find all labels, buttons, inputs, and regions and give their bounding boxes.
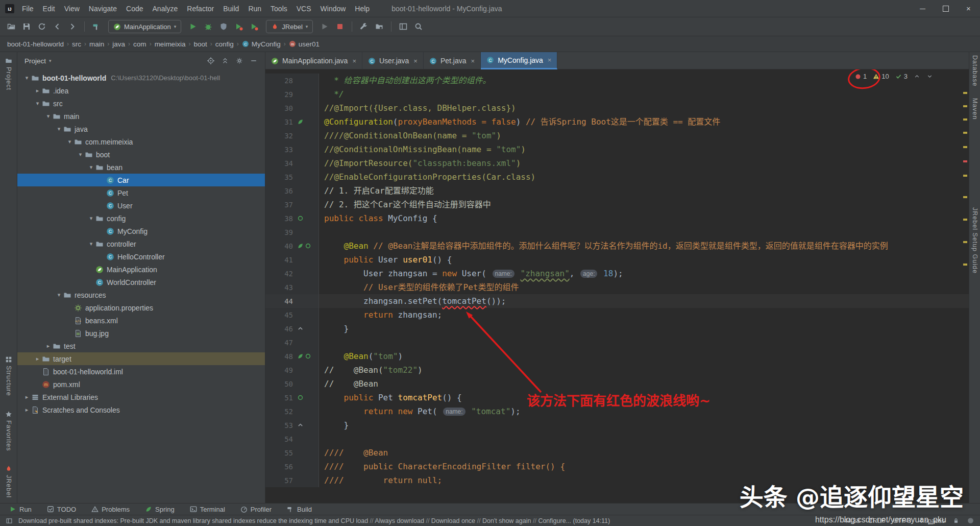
tree-item-com.meimeixia[interactable]: ▾com.meimeixia bbox=[17, 135, 265, 148]
breadcrumb-user01[interactable]: muser01 bbox=[289, 40, 320, 48]
tool-stripe-jrebel-setup-guide[interactable]: JRebel Setup Guide bbox=[971, 207, 978, 274]
breadcrumb-meimeixia[interactable]: meimeixia bbox=[155, 40, 186, 48]
warning-stripe-mark[interactable] bbox=[963, 175, 967, 177]
gutter[interactable]: 32 bbox=[265, 129, 319, 142]
tree-item-Car[interactable]: CCar bbox=[17, 174, 265, 186]
tab-MainApplication.java[interactable]: MainApplication.java× bbox=[265, 52, 362, 69]
next-problem-button[interactable] bbox=[926, 73, 933, 80]
tree-item-External Libraries[interactable]: ▸External Libraries bbox=[17, 391, 265, 403]
chevron-expanded-icon[interactable]: ▾ bbox=[33, 100, 42, 107]
warning-stripe-mark[interactable] bbox=[963, 118, 967, 121]
build-project-button[interactable] bbox=[89, 20, 104, 33]
warning-stripe-mark[interactable] bbox=[963, 146, 967, 148]
tab-User.java[interactable]: CUser.java× bbox=[362, 52, 424, 69]
breadcrumb-main[interactable]: main bbox=[89, 40, 104, 48]
run-with-jrebel-button[interactable] bbox=[232, 20, 246, 33]
breadcrumb-boot[interactable]: boot bbox=[193, 40, 207, 48]
gutter[interactable]: 36 bbox=[265, 184, 319, 198]
gutter[interactable]: 30 bbox=[265, 101, 319, 115]
tool-stripe-jrebel[interactable]: JRebel bbox=[5, 465, 12, 498]
gutter[interactable]: 28 bbox=[265, 74, 319, 87]
gutter[interactable]: 44 bbox=[265, 294, 319, 308]
tool-stripe-favorites[interactable]: Favorites bbox=[5, 411, 12, 451]
chevron-expanded-icon[interactable]: ▾ bbox=[76, 151, 85, 158]
settings-button[interactable] bbox=[357, 20, 371, 33]
error-stripe-mark[interactable] bbox=[963, 160, 967, 162]
chevron-expanded-icon[interactable]: ▾ bbox=[87, 164, 95, 171]
menu-build[interactable]: Build bbox=[218, 0, 243, 17]
warning-count[interactable]: 10 bbox=[873, 73, 889, 80]
menu-run[interactable]: Run bbox=[243, 0, 266, 17]
toolwindow-profiler[interactable]: Profiler bbox=[240, 506, 272, 513]
toolwindow-spring[interactable]: Spring bbox=[145, 506, 175, 513]
tree-item-test[interactable]: ▸test bbox=[17, 340, 265, 352]
gutter[interactable]: 41 bbox=[265, 253, 319, 267]
chevron-expanded-icon[interactable]: ▾ bbox=[55, 292, 63, 298]
menu-refactor[interactable]: Refactor bbox=[182, 0, 218, 17]
gutter[interactable]: 51 bbox=[265, 391, 319, 404]
warning-stripe-mark[interactable] bbox=[963, 264, 967, 266]
chevron-expanded-icon[interactable]: ▾ bbox=[44, 113, 53, 119]
tree-item-bug.jpg[interactable]: bug.jpg bbox=[17, 327, 265, 340]
tree-item-Pet[interactable]: CPet bbox=[17, 186, 265, 199]
run-configuration[interactable]: MainApplication▾ bbox=[108, 20, 181, 33]
chevron-collapsed-icon[interactable]: ▸ bbox=[33, 355, 42, 362]
gutter[interactable]: 33 bbox=[265, 142, 319, 156]
tree-item-HelloController[interactable]: CHelloController bbox=[17, 250, 265, 263]
open-file-button[interactable] bbox=[4, 20, 18, 33]
tool-stripe-maven[interactable]: Maven bbox=[971, 98, 978, 120]
tree-item-MainApplication[interactable]: MainApplication bbox=[17, 263, 265, 276]
code-area[interactable]: 28 * 给容器中自动创建出这两个类型的组件。29 */30//@Import(… bbox=[265, 69, 969, 503]
gutter[interactable]: 39 bbox=[265, 225, 319, 239]
gutter[interactable]: 48 bbox=[265, 349, 319, 363]
synchronize-button[interactable] bbox=[35, 20, 49, 33]
passed-count[interactable]: 3 bbox=[895, 73, 908, 80]
menu-vcs[interactable]: VCS bbox=[292, 0, 316, 17]
jrebel[interactable]: JRebel▾ bbox=[266, 20, 313, 33]
warning-stripe-mark[interactable] bbox=[963, 241, 967, 243]
menu-edit[interactable]: Edit bbox=[38, 0, 60, 17]
breadcrumb-java[interactable]: java bbox=[112, 40, 125, 48]
menu-file[interactable]: File bbox=[17, 0, 38, 17]
readonly-lock-button[interactable] bbox=[953, 518, 959, 524]
menu-view[interactable]: View bbox=[60, 0, 84, 17]
tree-item-beans.xml[interactable]: </>beans.xml bbox=[17, 314, 265, 327]
tool-stripe-database[interactable]: Database bbox=[971, 55, 978, 87]
gutter[interactable]: 50 bbox=[265, 377, 319, 391]
menu-analyze[interactable]: Analyze bbox=[148, 0, 183, 17]
gutter[interactable]: 55 bbox=[265, 446, 319, 460]
status-link-2[interactable]: Don't show again bbox=[482, 517, 531, 524]
gutter[interactable]: 43 bbox=[265, 280, 319, 294]
chevron-expanded-icon[interactable]: ▾ bbox=[87, 241, 95, 247]
tool-stripe-structure[interactable]: Structure bbox=[5, 356, 12, 396]
warning-stripe-mark[interactable] bbox=[963, 92, 967, 94]
tree-item-boot-01-helloworld.iml[interactable]: boot-01-helloworld.iml bbox=[17, 365, 265, 378]
menu-code[interactable]: Code bbox=[121, 0, 148, 17]
gutter[interactable]: 53 bbox=[265, 418, 319, 432]
toolwindow-terminal[interactable]: Terminal bbox=[190, 506, 225, 513]
tree-item-User[interactable]: CUser bbox=[17, 199, 265, 212]
gear-button[interactable] bbox=[233, 55, 246, 67]
chevron-expanded-icon[interactable]: ▾ bbox=[65, 138, 74, 145]
breadcrumb-MyConfig[interactable]: CMyConfig bbox=[242, 40, 281, 48]
status-link-0[interactable]: Always download bbox=[375, 517, 424, 524]
save-all-button[interactable] bbox=[19, 20, 34, 33]
tree-item-controller[interactable]: ▾controller bbox=[17, 237, 265, 250]
tree-item-config[interactable]: ▾config bbox=[17, 212, 265, 225]
tree-item-src[interactable]: ▾src bbox=[17, 97, 265, 110]
tree-item-main[interactable]: ▾main bbox=[17, 110, 265, 123]
tree-item-bean[interactable]: ▾bean bbox=[17, 161, 265, 174]
tree-item-MyConfig[interactable]: CMyConfig bbox=[17, 225, 265, 237]
warning-stripe-mark[interactable] bbox=[963, 105, 967, 107]
gutter[interactable]: 47 bbox=[265, 336, 319, 349]
tree-item-resources[interactable]: ▾resources bbox=[17, 289, 265, 301]
gutter[interactable]: 42 bbox=[265, 267, 319, 280]
tree-item-WorldController[interactable]: CWorldController bbox=[17, 276, 265, 289]
gutter[interactable]: 46 bbox=[265, 322, 319, 336]
tree-item-boot-01-helloworld[interactable]: ▾boot-01-helloworldC:\Users\32120\Deskto… bbox=[17, 71, 265, 84]
run-with-coverage-button[interactable] bbox=[216, 20, 231, 33]
run-button[interactable] bbox=[186, 20, 200, 33]
menu-help[interactable]: Help bbox=[350, 0, 374, 17]
tab-MyConfig.java[interactable]: CMyConfig.java× bbox=[481, 52, 557, 69]
close-icon[interactable]: × bbox=[413, 57, 418, 65]
